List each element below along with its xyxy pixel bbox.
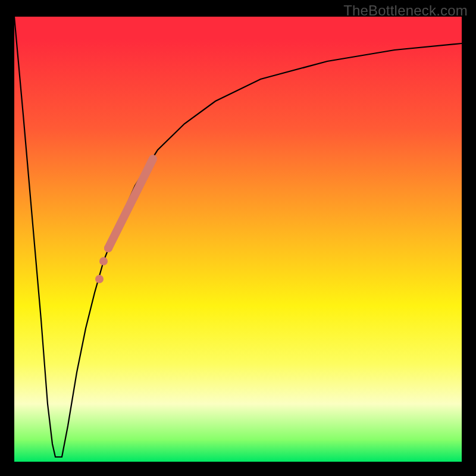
- highlight-dot: [95, 275, 104, 283]
- chart-frame: TheBottleneck.com: [0, 0, 476, 476]
- bottleneck-curve: [14, 17, 462, 457]
- highlight-dot: [99, 257, 108, 265]
- plot-area: [14, 17, 462, 462]
- highlight-dot: [104, 244, 112, 252]
- highlight-segment: [108, 159, 153, 248]
- curve-layer: [14, 17, 462, 462]
